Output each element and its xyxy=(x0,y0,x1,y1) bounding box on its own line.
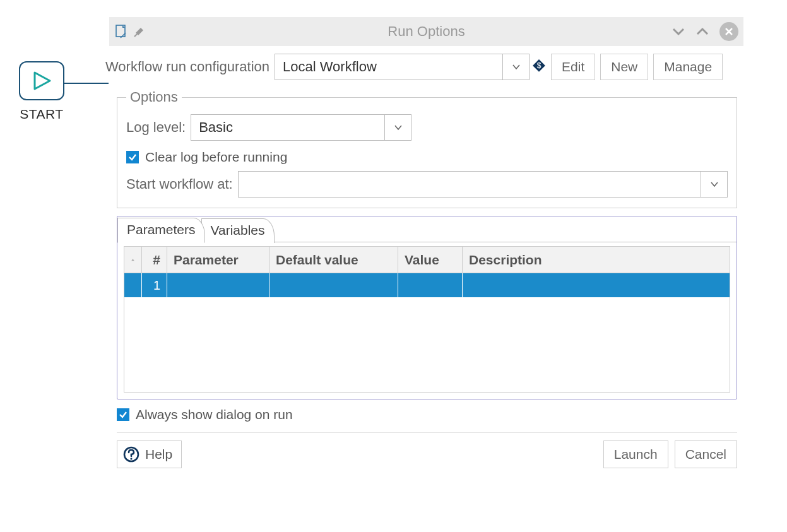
start-at-combo-button[interactable] xyxy=(701,172,727,197)
log-level-value: Basic xyxy=(191,115,384,140)
cell-description[interactable] xyxy=(463,273,730,297)
col-value[interactable]: Value xyxy=(398,247,463,273)
log-level-label: Log level: xyxy=(126,119,186,136)
log-level-combo-button[interactable] xyxy=(384,115,411,140)
footer-divider xyxy=(117,432,737,433)
collapse-up-icon[interactable] xyxy=(694,23,711,40)
log-level-combo[interactable]: Basic xyxy=(191,114,411,141)
clear-log-checkbox[interactable]: Clear log before running xyxy=(126,150,728,165)
dialog-title: Run Options xyxy=(109,23,743,40)
check-icon xyxy=(128,153,137,162)
tab-variables[interactable]: Variables xyxy=(201,218,275,243)
check-icon xyxy=(119,410,127,419)
config-combo-button[interactable] xyxy=(502,54,529,80)
new-button[interactable]: New xyxy=(600,54,648,80)
options-group: Options Log level: Basic Clear log befor… xyxy=(117,89,737,208)
sort-indicator-col[interactable] xyxy=(124,247,142,273)
collapse-down-icon[interactable] xyxy=(670,23,687,40)
launch-button[interactable]: Launch xyxy=(603,440,668,468)
edit-button[interactable]: Edit xyxy=(551,54,595,80)
svg-line-2 xyxy=(134,34,137,37)
help-icon xyxy=(122,446,140,463)
cell-parameter[interactable] xyxy=(167,273,269,297)
node-connector xyxy=(64,83,109,84)
start-node[interactable] xyxy=(19,61,64,100)
close-icon xyxy=(724,27,734,37)
start-label: START xyxy=(19,107,64,122)
checkbox-box xyxy=(126,151,139,163)
titlebar: Run Options xyxy=(109,17,743,46)
cell-value[interactable] xyxy=(398,273,463,297)
clear-log-label: Clear log before running xyxy=(145,150,287,165)
config-combo[interactable]: Local Workflow xyxy=(275,54,530,80)
parameters-grid[interactable]: # Parameter Default value Value Descript… xyxy=(124,246,730,393)
start-at-label: Start workflow at: xyxy=(126,176,233,192)
manage-button[interactable]: Manage xyxy=(653,54,723,80)
svg-marker-0 xyxy=(35,73,50,89)
tab-strip: Parameters Variables xyxy=(117,216,737,242)
col-description[interactable]: Description xyxy=(463,247,730,273)
options-legend: Options xyxy=(126,89,182,105)
col-default[interactable]: Default value xyxy=(269,247,398,273)
always-show-label: Always show dialog on run xyxy=(136,407,293,422)
checkbox-box xyxy=(117,408,129,421)
run-options-dialog: Run Options xyxy=(109,17,743,471)
svg-point-8 xyxy=(130,458,132,459)
currency-badge-icon: $ xyxy=(532,59,546,76)
col-parameter[interactable]: Parameter xyxy=(167,247,269,273)
play-icon xyxy=(31,70,52,92)
cell-number: 1 xyxy=(142,273,167,297)
close-button[interactable] xyxy=(719,22,738,41)
cell-default[interactable] xyxy=(269,273,398,297)
table-row[interactable]: 1 xyxy=(124,273,730,297)
help-label: Help xyxy=(145,447,172,462)
chevron-down-icon xyxy=(512,62,521,71)
params-tab-panel: Parameters Variables # Parameter Default… xyxy=(117,216,737,399)
config-combo-text: Local Workflow xyxy=(275,54,502,80)
tab-parameters[interactable]: Parameters xyxy=(117,218,205,243)
config-label: Workflow run configuration xyxy=(105,59,269,75)
chevron-down-icon xyxy=(710,180,719,189)
help-button[interactable]: Help xyxy=(117,440,182,468)
file-icon[interactable] xyxy=(114,24,128,39)
svg-text:$: $ xyxy=(537,61,541,70)
dialog-footer: Help Launch Cancel xyxy=(117,440,737,468)
pin-icon[interactable] xyxy=(133,25,146,38)
sort-asc-icon xyxy=(131,256,135,264)
start-at-value xyxy=(239,172,701,197)
col-number[interactable]: # xyxy=(142,247,167,273)
grid-header: # Parameter Default value Value Descript… xyxy=(124,247,730,273)
always-show-checkbox[interactable]: Always show dialog on run xyxy=(117,407,737,422)
start-at-combo[interactable] xyxy=(238,171,728,198)
chevron-down-icon xyxy=(394,123,403,132)
cancel-button[interactable]: Cancel xyxy=(675,440,737,468)
